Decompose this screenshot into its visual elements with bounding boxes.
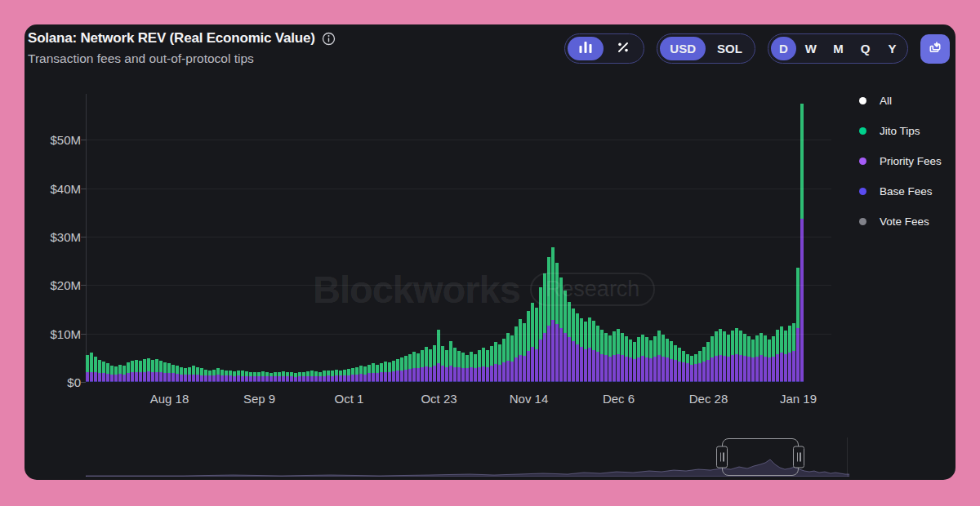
bar[interactable] (686, 354, 689, 382)
bar[interactable] (772, 336, 775, 382)
bar[interactable] (114, 366, 118, 382)
bar[interactable] (490, 346, 493, 382)
bar[interactable] (176, 366, 179, 382)
bar[interactable] (449, 341, 452, 382)
bar[interactable] (188, 367, 191, 382)
bar[interactable] (653, 336, 657, 382)
bar[interactable] (617, 329, 620, 382)
timeframe-m-button[interactable]: M (826, 37, 851, 60)
bar[interactable] (519, 319, 522, 382)
bar[interactable] (400, 357, 403, 382)
bar[interactable] (662, 335, 665, 382)
bar[interactable] (743, 334, 746, 382)
bar[interactable] (335, 370, 338, 382)
bar[interactable] (510, 335, 514, 382)
bar[interactable] (143, 359, 146, 382)
bar[interactable] (343, 370, 346, 382)
bar[interactable] (441, 346, 444, 382)
bar[interactable] (355, 367, 359, 382)
timeframe-y-button[interactable]: Y (880, 37, 905, 60)
navigator-selection-window[interactable] (722, 438, 799, 476)
bar[interactable] (261, 371, 265, 382)
bar[interactable] (359, 366, 363, 382)
bar[interactable] (98, 360, 101, 382)
bar[interactable] (396, 359, 399, 382)
bar[interactable] (331, 371, 334, 382)
bar[interactable] (678, 348, 681, 382)
bar[interactable] (621, 333, 624, 383)
bar[interactable] (180, 367, 183, 382)
bar[interactable] (204, 370, 207, 382)
bar[interactable] (604, 333, 608, 383)
currency-sol-button[interactable]: SOL (707, 37, 752, 60)
bar[interactable] (220, 370, 224, 382)
bar[interactable] (372, 363, 375, 382)
bar[interactable] (470, 352, 473, 382)
bar[interactable] (641, 335, 644, 382)
bar[interactable] (457, 351, 461, 382)
bar[interactable] (363, 366, 367, 382)
bar[interactable] (310, 371, 314, 382)
bar[interactable] (184, 368, 187, 382)
bar[interactable] (523, 323, 526, 382)
bar[interactable] (474, 354, 477, 382)
bar[interactable] (94, 357, 97, 382)
bar[interactable] (800, 104, 804, 382)
bar[interactable] (241, 371, 244, 382)
bar[interactable] (135, 360, 138, 382)
bar[interactable] (425, 347, 428, 382)
bar[interactable] (531, 303, 534, 382)
bar[interactable] (131, 361, 134, 382)
bar[interactable] (564, 291, 567, 382)
bar[interactable] (433, 345, 436, 382)
bar-chart-toggle-button[interactable] (568, 37, 604, 60)
legend-item-vote-fees[interactable]: Vote Fees (859, 212, 942, 230)
timeframe-w-button[interactable]: W (798, 37, 824, 60)
bar[interactable] (323, 371, 326, 382)
bar[interactable] (167, 363, 171, 382)
bar[interactable] (408, 354, 412, 382)
bar[interactable] (294, 373, 297, 382)
percent-toggle-button[interactable] (605, 37, 641, 60)
bar[interactable] (645, 337, 648, 382)
bar[interactable] (290, 372, 293, 382)
bar[interactable] (147, 358, 150, 382)
bar[interactable] (376, 365, 379, 382)
bar[interactable] (278, 372, 281, 382)
bar[interactable] (719, 329, 722, 382)
bar[interactable] (776, 330, 779, 382)
bar[interactable] (416, 353, 420, 382)
bar[interactable] (527, 311, 530, 382)
bar[interactable] (347, 369, 350, 382)
bar[interactable] (584, 322, 587, 382)
bar[interactable] (535, 308, 538, 382)
bar[interactable] (670, 341, 673, 382)
bar[interactable] (784, 331, 787, 382)
bar[interactable] (368, 365, 371, 382)
bar[interactable] (715, 331, 718, 382)
bar[interactable] (539, 287, 542, 382)
bar[interactable] (478, 350, 481, 382)
chart-plot-area[interactable]: Blockworks Research Aug 18Sep 9Oct 1Oct … (24, 94, 849, 382)
bar[interactable] (461, 353, 465, 382)
bar[interactable] (625, 336, 628, 382)
legend-item-all[interactable]: All (859, 91, 942, 109)
bar[interactable] (723, 331, 726, 382)
bar[interactable] (608, 335, 612, 382)
bar[interactable] (666, 339, 669, 382)
bar[interactable] (751, 340, 755, 382)
bar[interactable] (404, 356, 408, 382)
bar[interactable] (127, 362, 130, 382)
bar[interactable] (282, 371, 285, 382)
bar[interactable] (327, 371, 330, 382)
navigator-right-handle[interactable] (793, 446, 804, 468)
bar[interactable] (225, 371, 228, 382)
bar[interactable] (568, 302, 571, 382)
currency-usd-button[interactable]: USD (660, 37, 706, 60)
bar[interactable] (233, 371, 236, 382)
bar[interactable] (212, 370, 216, 382)
bar[interactable] (318, 372, 322, 382)
bar[interactable] (633, 342, 636, 382)
bar[interactable] (380, 363, 383, 382)
bar[interactable] (274, 372, 277, 382)
